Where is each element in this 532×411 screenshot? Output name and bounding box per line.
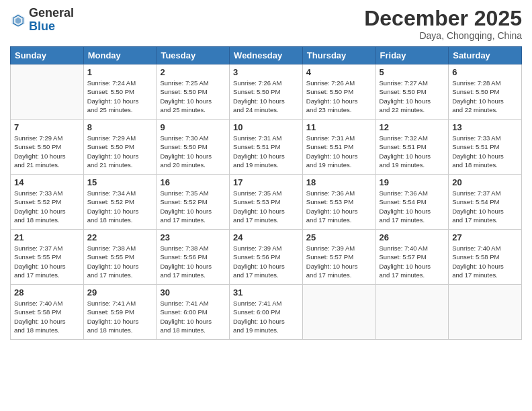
calendar-cell: 15Sunrise: 7:34 AM Sunset: 5:52 PM Dayli… bbox=[83, 175, 157, 230]
day-info: Sunrise: 7:40 AM Sunset: 5:58 PM Dayligh… bbox=[14, 299, 80, 334]
calendar-header-row: SundayMondayTuesdayWednesdayThursdayFrid… bbox=[11, 47, 522, 64]
calendar-cell: 31Sunrise: 7:41 AM Sunset: 6:00 PM Dayli… bbox=[230, 285, 303, 340]
calendar-cell: 24Sunrise: 7:39 AM Sunset: 5:56 PM Dayli… bbox=[230, 230, 303, 285]
day-info: Sunrise: 7:39 AM Sunset: 5:56 PM Dayligh… bbox=[233, 244, 299, 279]
calendar-cell: 22Sunrise: 7:38 AM Sunset: 5:55 PM Dayli… bbox=[83, 230, 157, 285]
calendar-cell: 2Sunrise: 7:25 AM Sunset: 5:50 PM Daylig… bbox=[157, 64, 230, 120]
day-number: 16 bbox=[160, 177, 226, 187]
day-number: 10 bbox=[233, 122, 299, 132]
day-number: 20 bbox=[452, 177, 518, 187]
day-number: 24 bbox=[233, 232, 299, 242]
day-info: Sunrise: 7:40 AM Sunset: 5:57 PM Dayligh… bbox=[380, 244, 445, 279]
day-info: Sunrise: 7:32 AM Sunset: 5:51 PM Dayligh… bbox=[380, 134, 445, 169]
day-info: Sunrise: 7:24 AM Sunset: 5:50 PM Dayligh… bbox=[87, 79, 153, 114]
day-info: Sunrise: 7:25 AM Sunset: 5:50 PM Dayligh… bbox=[160, 79, 226, 114]
day-number: 23 bbox=[160, 232, 226, 242]
day-info: Sunrise: 7:36 AM Sunset: 5:53 PM Dayligh… bbox=[306, 189, 372, 224]
calendar-cell: 3Sunrise: 7:26 AM Sunset: 5:50 PM Daylig… bbox=[230, 64, 303, 120]
calendar-cell bbox=[302, 285, 375, 340]
logo-text-block: General Blue bbox=[29, 7, 74, 34]
calendar-cell bbox=[449, 285, 522, 340]
day-number: 7 bbox=[14, 122, 80, 132]
day-number: 27 bbox=[452, 232, 518, 242]
day-number: 29 bbox=[87, 287, 153, 298]
logo: General Blue bbox=[10, 7, 74, 34]
calendar-cell: 13Sunrise: 7:33 AM Sunset: 5:51 PM Dayli… bbox=[449, 120, 522, 175]
day-number: 26 bbox=[380, 232, 445, 242]
day-info: Sunrise: 7:35 AM Sunset: 5:52 PM Dayligh… bbox=[160, 189, 226, 224]
calendar-week-4: 21Sunrise: 7:37 AM Sunset: 5:55 PM Dayli… bbox=[11, 230, 522, 285]
day-info: Sunrise: 7:39 AM Sunset: 5:57 PM Dayligh… bbox=[306, 244, 372, 279]
day-header-friday: Friday bbox=[375, 47, 449, 64]
calendar-cell: 12Sunrise: 7:32 AM Sunset: 5:51 PM Dayli… bbox=[375, 120, 449, 175]
day-info: Sunrise: 7:31 AM Sunset: 5:51 PM Dayligh… bbox=[306, 134, 372, 169]
calendar-week-2: 7Sunrise: 7:29 AM Sunset: 5:50 PM Daylig… bbox=[11, 120, 522, 175]
calendar-cell: 19Sunrise: 7:36 AM Sunset: 5:54 PM Dayli… bbox=[375, 175, 449, 230]
day-info: Sunrise: 7:37 AM Sunset: 5:55 PM Dayligh… bbox=[14, 244, 80, 279]
location: Daya, Chongqing, China bbox=[364, 30, 522, 41]
day-header-sunday: Sunday bbox=[11, 47, 84, 64]
logo-icon bbox=[10, 12, 26, 28]
day-info: Sunrise: 7:33 AM Sunset: 5:52 PM Dayligh… bbox=[14, 189, 80, 224]
calendar-cell: 30Sunrise: 7:41 AM Sunset: 6:00 PM Dayli… bbox=[157, 285, 230, 340]
day-number: 12 bbox=[380, 122, 445, 132]
calendar-cell: 28Sunrise: 7:40 AM Sunset: 5:58 PM Dayli… bbox=[11, 285, 84, 340]
day-number: 30 bbox=[160, 287, 226, 298]
calendar-week-1: 1Sunrise: 7:24 AM Sunset: 5:50 PM Daylig… bbox=[11, 64, 522, 120]
calendar-cell: 10Sunrise: 7:31 AM Sunset: 5:51 PM Dayli… bbox=[230, 120, 303, 175]
title-block: December 2025 Daya, Chongqing, China bbox=[364, 7, 522, 41]
page-container: General Blue December 2025 Daya, Chongqi… bbox=[0, 0, 532, 411]
calendar-cell: 21Sunrise: 7:37 AM Sunset: 5:55 PM Dayli… bbox=[11, 230, 84, 285]
day-number: 31 bbox=[233, 287, 299, 298]
day-number: 14 bbox=[14, 177, 80, 187]
logo-blue: Blue bbox=[29, 19, 55, 33]
day-header-monday: Monday bbox=[83, 47, 157, 64]
calendar-cell: 14Sunrise: 7:33 AM Sunset: 5:52 PM Dayli… bbox=[11, 175, 84, 230]
day-info: Sunrise: 7:36 AM Sunset: 5:54 PM Dayligh… bbox=[380, 189, 445, 224]
calendar-cell: 8Sunrise: 7:29 AM Sunset: 5:50 PM Daylig… bbox=[83, 120, 157, 175]
calendar-cell: 17Sunrise: 7:35 AM Sunset: 5:53 PM Dayli… bbox=[230, 175, 303, 230]
logo-general: General bbox=[29, 6, 74, 19]
day-info: Sunrise: 7:30 AM Sunset: 5:50 PM Dayligh… bbox=[160, 134, 226, 169]
calendar-cell: 20Sunrise: 7:37 AM Sunset: 5:54 PM Dayli… bbox=[449, 175, 522, 230]
day-info: Sunrise: 7:26 AM Sunset: 5:50 PM Dayligh… bbox=[233, 79, 299, 114]
day-info: Sunrise: 7:35 AM Sunset: 5:53 PM Dayligh… bbox=[233, 189, 299, 224]
day-info: Sunrise: 7:41 AM Sunset: 5:59 PM Dayligh… bbox=[87, 299, 153, 334]
day-info: Sunrise: 7:28 AM Sunset: 5:50 PM Dayligh… bbox=[452, 79, 518, 114]
day-number: 13 bbox=[452, 122, 518, 132]
day-number: 19 bbox=[380, 177, 445, 187]
calendar-cell: 1Sunrise: 7:24 AM Sunset: 5:50 PM Daylig… bbox=[83, 64, 157, 120]
day-header-saturday: Saturday bbox=[449, 47, 522, 64]
calendar-cell: 25Sunrise: 7:39 AM Sunset: 5:57 PM Dayli… bbox=[302, 230, 375, 285]
day-number: 21 bbox=[14, 232, 80, 242]
day-info: Sunrise: 7:26 AM Sunset: 5:50 PM Dayligh… bbox=[306, 79, 372, 114]
day-info: Sunrise: 7:41 AM Sunset: 6:00 PM Dayligh… bbox=[233, 299, 299, 334]
calendar-cell: 6Sunrise: 7:28 AM Sunset: 5:50 PM Daylig… bbox=[449, 64, 522, 120]
day-header-wednesday: Wednesday bbox=[230, 47, 303, 64]
calendar-cell bbox=[11, 64, 84, 120]
day-info: Sunrise: 7:29 AM Sunset: 5:50 PM Dayligh… bbox=[14, 134, 80, 169]
day-info: Sunrise: 7:29 AM Sunset: 5:50 PM Dayligh… bbox=[87, 134, 153, 169]
day-number: 4 bbox=[306, 67, 372, 77]
day-number: 1 bbox=[87, 67, 153, 77]
day-number: 8 bbox=[87, 122, 153, 132]
calendar-week-3: 14Sunrise: 7:33 AM Sunset: 5:52 PM Dayli… bbox=[11, 175, 522, 230]
day-number: 18 bbox=[306, 177, 372, 187]
day-info: Sunrise: 7:33 AM Sunset: 5:51 PM Dayligh… bbox=[452, 134, 518, 169]
calendar-cell: 16Sunrise: 7:35 AM Sunset: 5:52 PM Dayli… bbox=[157, 175, 230, 230]
calendar-cell bbox=[375, 285, 449, 340]
day-number: 22 bbox=[87, 232, 153, 242]
calendar-week-5: 28Sunrise: 7:40 AM Sunset: 5:58 PM Dayli… bbox=[11, 285, 522, 340]
logo-text: General Blue bbox=[29, 7, 74, 34]
calendar-cell: 27Sunrise: 7:40 AM Sunset: 5:58 PM Dayli… bbox=[449, 230, 522, 285]
day-number: 11 bbox=[306, 122, 372, 132]
day-number: 2 bbox=[160, 67, 226, 77]
day-info: Sunrise: 7:37 AM Sunset: 5:54 PM Dayligh… bbox=[452, 189, 518, 224]
day-info: Sunrise: 7:40 AM Sunset: 5:58 PM Dayligh… bbox=[452, 244, 518, 279]
calendar-cell: 18Sunrise: 7:36 AM Sunset: 5:53 PM Dayli… bbox=[302, 175, 375, 230]
day-number: 15 bbox=[87, 177, 153, 187]
calendar-cell: 23Sunrise: 7:38 AM Sunset: 5:56 PM Dayli… bbox=[157, 230, 230, 285]
calendar-table: SundayMondayTuesdayWednesdayThursdayFrid… bbox=[10, 46, 522, 340]
day-number: 5 bbox=[380, 67, 445, 77]
day-info: Sunrise: 7:38 AM Sunset: 5:55 PM Dayligh… bbox=[87, 244, 153, 279]
